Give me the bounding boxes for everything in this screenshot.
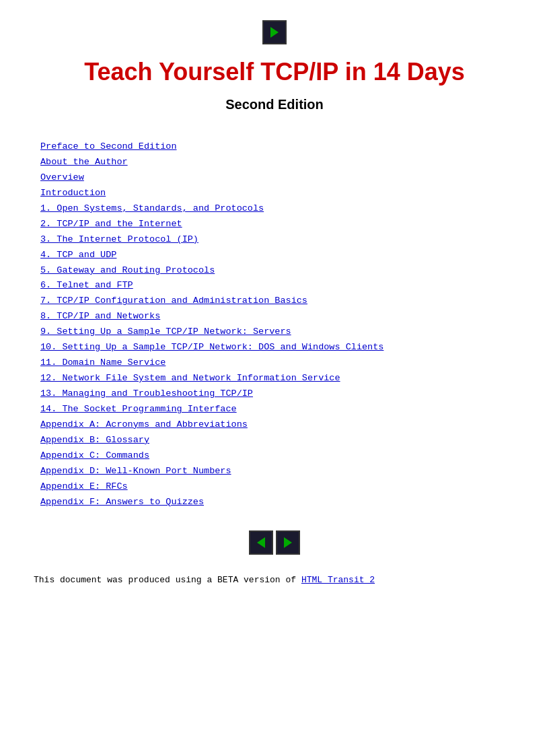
toc-item-2[interactable]: Overview <box>40 170 522 186</box>
toc-item-23[interactable]: Appendix F: Answers to Quizzes <box>40 495 522 510</box>
toc-item-19[interactable]: Appendix B: Glossary <box>40 433 522 448</box>
toc-item-8[interactable]: 5. Gateway and Routing Protocols <box>40 263 522 279</box>
toc-item-15[interactable]: 12. Network File System and Network Info… <box>40 371 522 386</box>
toc-item-13[interactable]: 10. Setting Up a Sample TCP/IP Network: … <box>40 340 522 355</box>
toc-item-20[interactable]: Appendix C: Commands <box>40 448 522 464</box>
toc-item-5[interactable]: 2. TCP/IP and the Internet <box>40 217 522 232</box>
toc-item-22[interactable]: Appendix E: RFCs <box>40 479 522 495</box>
toc-item-18[interactable]: Appendix A: Acronyms and Abbreviations <box>40 417 522 433</box>
toc-item-7[interactable]: 4. TCP and UDP <box>40 248 522 263</box>
bottom-nav-prev-icon[interactable] <box>249 530 273 555</box>
toc-item-21[interactable]: Appendix D: Well-Known Port Numbers <box>40 464 522 479</box>
toc-item-4[interactable]: 1. Open Systems, Standards, and Protocol… <box>40 201 522 217</box>
bottom-nav-next-arrow <box>284 537 292 548</box>
toc-item-6[interactable]: 3. The Internet Protocol (IP) <box>40 232 522 248</box>
bottom-nav-prev-arrow <box>257 537 265 548</box>
toc-item-1[interactable]: About the Author <box>40 155 522 170</box>
toc-item-12[interactable]: 9. Setting Up a Sample TCP/IP Network: S… <box>40 324 522 340</box>
toc-item-17[interactable]: 14. The Socket Programming Interface <box>40 402 522 417</box>
toc-item-0[interactable]: Preface to Second Edition <box>40 139 522 155</box>
bottom-nav-container <box>27 530 522 555</box>
top-nav-container <box>27 20 522 44</box>
top-nav-arrow <box>270 27 279 38</box>
toc-item-16[interactable]: 13. Managing and Troubleshooting TCP/IP <box>40 386 522 402</box>
top-nav-icon[interactable] <box>262 20 287 44</box>
toc-item-14[interactable]: 11. Domain Name Service <box>40 355 522 371</box>
page-title: Teach Yourself TCP/IP in 14 Days <box>27 58 522 86</box>
toc-section: Preface to Second EditionAbout the Autho… <box>40 139 522 510</box>
toc-item-11[interactable]: 8. TCP/IP and Networks <box>40 309 522 324</box>
footer-text: This document was produced using a BETA … <box>34 575 301 585</box>
bottom-nav-next-icon[interactable] <box>276 530 300 555</box>
page-subtitle: Second Edition <box>27 97 522 112</box>
toc-item-10[interactable]: 7. TCP/IP Configuration and Administrati… <box>40 294 522 309</box>
toc-item-9[interactable]: 6. Telnet and FTP <box>40 278 522 294</box>
toc-item-3[interactable]: Introduction <box>40 186 522 201</box>
footer-link[interactable]: HTML Transit 2 <box>301 575 375 585</box>
footer: This document was produced using a BETA … <box>34 575 522 585</box>
